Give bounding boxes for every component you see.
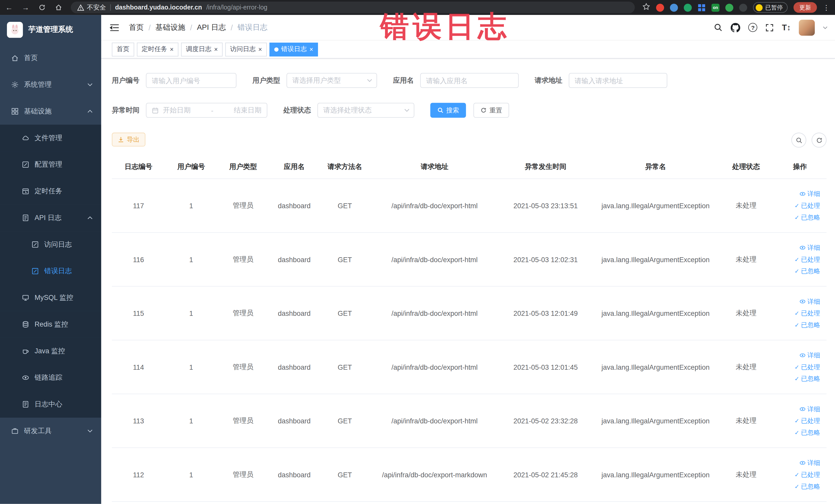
sidebar-item-trace[interactable]: 链路追踪: [0, 364, 101, 391]
close-icon[interactable]: ×: [258, 46, 262, 53]
cell-user-id: 1: [165, 394, 217, 448]
mark-processed-link[interactable]: ✓ 已处理: [794, 201, 820, 210]
chevron-down-icon: [367, 79, 372, 82]
github-icon[interactable]: [731, 23, 740, 32]
sidebar-item-java-monitor[interactable]: Java 监控: [0, 338, 101, 364]
mark-ignored-link[interactable]: ✓ 已忽略: [794, 482, 820, 491]
cell-method: GET: [320, 448, 370, 502]
toggle-search-button[interactable]: [791, 133, 806, 148]
monitor-icon: [21, 294, 29, 301]
detail-link[interactable]: 详细: [799, 243, 820, 252]
eye-icon: [799, 244, 806, 251]
sidebar-item-file-management[interactable]: 文件管理: [0, 124, 101, 151]
mark-ignored-link[interactable]: ✓ 已忽略: [794, 213, 820, 222]
table-row: 115 1 管理员 dashboard GET /api/infra/db-do…: [112, 286, 827, 340]
sidebar-item-mysql-monitor[interactable]: MySQL 监控: [0, 284, 101, 311]
sidebar-item-system[interactable]: 系统管理: [0, 72, 101, 98]
breadcrumb-item[interactable]: 基础设施: [156, 23, 185, 32]
sidebar-item-home[interactable]: 首页: [0, 45, 101, 72]
detail-link[interactable]: 详细: [799, 351, 820, 360]
export-button[interactable]: 导出: [112, 133, 145, 147]
cell-exception-time: 2021-05-02 23:32:28: [499, 394, 592, 448]
tab-access-log[interactable]: 访问日志 ×: [225, 42, 267, 56]
app-logo: 芋道管理系统: [0, 15, 101, 45]
close-icon[interactable]: ×: [214, 46, 218, 53]
extension-icon[interactable]: [656, 3, 664, 11]
avatar-caret-icon[interactable]: [823, 26, 828, 29]
sidebar-item-dev-tools[interactable]: 研发工具: [0, 418, 101, 444]
check-icon: ✓: [794, 322, 799, 328]
cell-request-url: /api/infra/db-doc/export-html: [370, 286, 499, 340]
mark-ignored-link[interactable]: ✓ 已忽略: [794, 428, 820, 437]
cell-exception-name: java.lang.IllegalArgumentException: [592, 340, 719, 394]
extension-on-icon[interactable]: on: [712, 3, 719, 11]
sidebar-item-access-log[interactable]: 访问日志: [0, 231, 101, 258]
sidebar-item-log-center[interactable]: 日志中心: [0, 391, 101, 418]
extension-grid-icon[interactable]: [698, 3, 706, 11]
search-icon[interactable]: [714, 23, 723, 32]
detail-link[interactable]: 详细: [799, 297, 820, 306]
app-name-input[interactable]: [420, 73, 519, 88]
sidebar-item-api-log[interactable]: API 日志: [0, 205, 101, 231]
close-icon[interactable]: ×: [309, 46, 313, 53]
browser-back-icon[interactable]: ←: [5, 3, 13, 12]
extension-icon[interactable]: [726, 3, 733, 11]
mark-ignored-link[interactable]: ✓ 已忽略: [794, 320, 820, 329]
cell-log-id: 116: [112, 233, 165, 286]
request-url-input[interactable]: [569, 73, 667, 88]
bookmark-star-icon[interactable]: [642, 2, 650, 12]
tab-scheduled-jobs[interactable]: 定时任务 ×: [137, 42, 178, 56]
browser-home-icon[interactable]: [55, 4, 62, 11]
user-id-input[interactable]: [146, 73, 237, 88]
browser-menu-icon[interactable]: ⋮: [823, 3, 830, 11]
tab-home[interactable]: 首页: [112, 42, 134, 56]
tab-error-log[interactable]: 错误日志 ×: [269, 42, 318, 56]
sidebar-item-redis-monitor[interactable]: Redis 监控: [0, 311, 101, 338]
document-icon: [21, 401, 29, 408]
sidebar-item-error-log[interactable]: 错误日志: [0, 258, 101, 284]
font-size-icon[interactable]: T↕: [782, 23, 791, 32]
suitcase-icon: [11, 427, 19, 435]
help-icon[interactable]: ?: [749, 23, 757, 32]
security-warning[interactable]: 不安全: [77, 3, 106, 12]
refresh-button[interactable]: [812, 133, 827, 148]
check-icon: ✓: [794, 472, 799, 478]
paused-badge[interactable]: 已暂停: [753, 2, 788, 13]
mark-ignored-link[interactable]: ✓ 已忽略: [794, 374, 820, 383]
breadcrumb-item[interactable]: 首页: [129, 23, 144, 32]
extension-icon[interactable]: [670, 3, 678, 11]
detail-link[interactable]: 详细: [799, 405, 820, 414]
user-type-select[interactable]: 请选择用户类型: [286, 73, 377, 88]
browser-update-button[interactable]: 更新: [793, 2, 817, 13]
page-content: 用户编号 用户类型 请选择用户类型 应用名 请求地址: [101, 59, 835, 504]
detail-link[interactable]: 详细: [799, 189, 820, 199]
cell-request-url: /api/infra/db-doc/export-html: [370, 233, 499, 286]
tab-schedule-log[interactable]: 调度日志 ×: [181, 42, 223, 56]
extension-icon[interactable]: [739, 3, 747, 11]
browser-refresh-icon[interactable]: [38, 4, 46, 11]
detail-link[interactable]: 详细: [799, 458, 820, 467]
browser-forward-icon[interactable]: →: [22, 3, 29, 12]
breadcrumb-item[interactable]: API 日志: [197, 23, 226, 32]
search-button[interactable]: 搜索: [430, 103, 466, 118]
top-navbar: 首页 / 基础设施 / API 日志 / 错误日志 ? T↕: [101, 15, 835, 41]
fullscreen-icon[interactable]: [766, 23, 774, 32]
extension-icon[interactable]: [684, 3, 692, 11]
sidebar-item-config-management[interactable]: 配置管理: [0, 151, 101, 178]
address-bar[interactable]: 不安全 dashboard.yudao.iocoder.cn /infra/lo…: [71, 2, 635, 13]
close-icon[interactable]: ×: [170, 46, 174, 53]
reset-button[interactable]: 重置: [473, 103, 509, 118]
hamburger-icon[interactable]: [109, 23, 119, 32]
sidebar-item-scheduled-jobs[interactable]: 定时任务: [0, 178, 101, 205]
mark-processed-link[interactable]: ✓ 已处理: [794, 309, 820, 318]
mark-processed-link[interactable]: ✓ 已处理: [794, 416, 820, 425]
date-range-picker[interactable]: 开始日期 - 结束日期: [146, 103, 267, 118]
process-status-select[interactable]: 请选择处理状态: [318, 103, 414, 118]
avatar[interactable]: [799, 20, 815, 36]
mark-ignored-link[interactable]: ✓ 已忽略: [794, 266, 820, 276]
mark-processed-link[interactable]: ✓ 已处理: [794, 470, 820, 479]
mark-processed-link[interactable]: ✓ 已处理: [794, 363, 820, 371]
sidebar-item-infrastructure[interactable]: 基础设施: [0, 98, 101, 125]
check-icon: ✓: [794, 310, 799, 316]
mark-processed-link[interactable]: ✓ 已处理: [794, 255, 820, 264]
